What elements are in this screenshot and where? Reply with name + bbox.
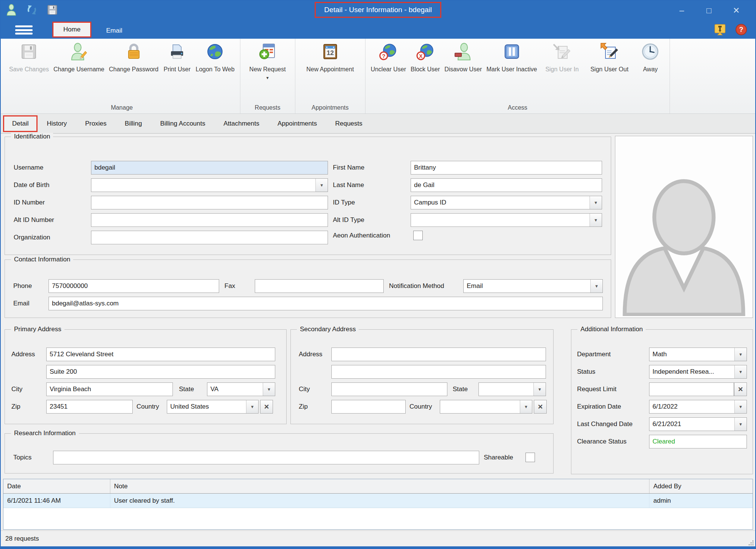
- notes-header-note[interactable]: Note: [110, 479, 650, 493]
- shareable-checkbox[interactable]: [525, 453, 535, 462]
- save-icon[interactable]: [46, 4, 58, 16]
- topics-input[interactable]: [53, 451, 479, 464]
- user-minus-icon: [454, 42, 472, 66]
- pin-ribbon-icon[interactable]: [714, 24, 726, 35]
- last-changed-date-picker[interactable]: 6/21/2021 ▼: [649, 417, 747, 431]
- username-input[interactable]: [91, 161, 328, 175]
- secondary-address2-input[interactable]: [331, 365, 546, 379]
- away-button[interactable]: Away: [634, 40, 667, 73]
- organization-input[interactable]: [91, 231, 328, 244]
- minimize-button[interactable]: –: [668, 0, 695, 21]
- dropdown-arrow-icon[interactable]: ▼: [590, 214, 602, 227]
- new-request-button[interactable]: New Request ▾: [243, 40, 292, 82]
- sync-icon[interactable]: [26, 4, 38, 16]
- request-limit-clear-icon[interactable]: ✕: [734, 382, 747, 396]
- tab-history[interactable]: History: [38, 115, 76, 132]
- last-name-input[interactable]: [411, 178, 602, 192]
- department-label: Department: [577, 348, 611, 361]
- dropdown-arrow-icon[interactable]: ▼: [734, 348, 747, 361]
- change-password-button[interactable]: Change Password: [107, 40, 161, 73]
- id-type-combo[interactable]: Campus ID ▼: [411, 196, 602, 209]
- dropdown-arrow-icon[interactable]: ▼: [734, 400, 747, 413]
- dropdown-arrow-icon[interactable]: ▼: [590, 196, 602, 209]
- additional-info-legend: Additional Information: [577, 326, 646, 333]
- primary-country-clear-icon[interactable]: ✕: [260, 400, 273, 414]
- secondary-zip-input[interactable]: [331, 400, 406, 414]
- secondary-country-clear-icon[interactable]: ✕: [534, 400, 547, 414]
- ribbon-tab-bar: Home Email ?: [0, 21, 756, 39]
- phone-input[interactable]: [49, 279, 219, 293]
- tab-billing[interactable]: Billing: [116, 115, 151, 132]
- maximize-button[interactable]: □: [695, 0, 723, 21]
- close-button[interactable]: ✕: [723, 0, 750, 21]
- save-changes-button[interactable]: Save Changes: [7, 40, 51, 73]
- block-user-button[interactable]: X Block User: [408, 40, 442, 73]
- fax-input[interactable]: [255, 279, 384, 293]
- new-request-dropdown-arrow-icon[interactable]: ▾: [267, 74, 269, 82]
- tab-home[interactable]: Home: [52, 22, 91, 38]
- primary-address1-input[interactable]: [46, 348, 275, 361]
- status-combo[interactable]: Independent Resea... ▼: [649, 365, 747, 379]
- mark-user-inactive-button[interactable]: Mark User Inactive: [484, 40, 539, 73]
- primary-zip-input[interactable]: [46, 400, 133, 414]
- notes-header-date[interactable]: Date: [3, 479, 110, 493]
- aeon-authentication-checkbox[interactable]: [413, 231, 423, 240]
- secondary-city-input[interactable]: [331, 382, 447, 396]
- user-photo-placeholder[interactable]: [615, 136, 753, 318]
- ribbon-group-label-access: Access: [369, 102, 667, 113]
- help-icon[interactable]: ?: [736, 24, 747, 35]
- tab-appointments[interactable]: Appointments: [268, 115, 326, 132]
- email-input[interactable]: [49, 297, 603, 310]
- dropdown-arrow-icon[interactable]: ▼: [263, 383, 275, 396]
- notification-method-combo[interactable]: Email ▼: [463, 279, 603, 293]
- dropdown-arrow-icon[interactable]: ▼: [520, 400, 532, 413]
- alt-id-type-combo[interactable]: ▼: [411, 213, 602, 227]
- primary-country-combo[interactable]: United States ▼: [167, 400, 259, 414]
- print-user-button[interactable]: Print User: [161, 40, 193, 73]
- dropdown-arrow-icon[interactable]: ▼: [315, 179, 328, 192]
- alt-id-number-label: Alt ID Number: [14, 213, 54, 227]
- aeon-authentication-label: Aeon Authentication: [333, 229, 390, 242]
- tab-email[interactable]: Email: [101, 25, 128, 37]
- tab-requests[interactable]: Requests: [326, 115, 372, 132]
- dropdown-arrow-icon[interactable]: ▼: [590, 280, 602, 293]
- menu-icon[interactable]: [15, 25, 33, 35]
- user-icon[interactable]: [5, 4, 17, 16]
- notes-table-header: Date Note Added By: [3, 479, 753, 494]
- logon-to-web-button[interactable]: Logon To Web: [193, 40, 237, 73]
- id-number-input[interactable]: [91, 196, 328, 209]
- table-row[interactable]: 6/1/2021 11:46 AM User cleared by staff.…: [3, 494, 753, 508]
- tab-proxies[interactable]: Proxies: [76, 115, 116, 132]
- alt-id-number-input[interactable]: [91, 213, 328, 227]
- expiration-date-picker[interactable]: 6/1/2022 ▼: [649, 400, 747, 414]
- disavow-user-button[interactable]: Disavow User: [442, 40, 484, 73]
- document-plus-icon: [259, 42, 277, 66]
- primary-city-input[interactable]: [46, 382, 173, 396]
- title-bar: Detail - User Information - bdegail – □ …: [0, 0, 756, 21]
- secondary-state-combo[interactable]: ▼: [478, 382, 546, 396]
- tab-attachments[interactable]: Attachments: [215, 115, 269, 132]
- unclear-user-button[interactable]: ? Unclear User: [369, 40, 408, 73]
- primary-state-combo[interactable]: VA ▼: [207, 382, 275, 396]
- svg-text:12: 12: [326, 49, 334, 57]
- dropdown-arrow-icon[interactable]: ▼: [246, 400, 258, 413]
- sign-user-in-button[interactable]: Sign User In: [539, 40, 585, 73]
- new-appointment-button[interactable]: 12 New Appointment: [298, 40, 362, 73]
- tab-detail[interactable]: Detail: [3, 115, 38, 132]
- secondary-state-label: State: [453, 382, 468, 396]
- dropdown-arrow-icon[interactable]: ▼: [734, 365, 747, 378]
- sign-user-out-button[interactable]: Sign User Out: [585, 40, 634, 73]
- notes-header-added-by[interactable]: Added By: [649, 479, 753, 493]
- dropdown-arrow-icon[interactable]: ▼: [734, 418, 747, 431]
- tab-billing-accounts[interactable]: Billing Accounts: [151, 115, 214, 132]
- change-username-button[interactable]: Change Username: [51, 40, 107, 73]
- primary-address2-input[interactable]: [46, 365, 275, 379]
- request-limit-input[interactable]: [649, 382, 734, 396]
- dropdown-arrow-icon[interactable]: ▼: [533, 383, 546, 396]
- first-name-input[interactable]: [411, 161, 602, 175]
- detail-tab-strip: Detail History Proxies Billing Billing A…: [0, 114, 756, 134]
- date-of-birth-combo[interactable]: ▼: [91, 178, 328, 192]
- secondary-address1-input[interactable]: [331, 348, 546, 361]
- secondary-country-combo[interactable]: ▼: [440, 400, 532, 414]
- department-combo[interactable]: Math ▼: [649, 348, 747, 361]
